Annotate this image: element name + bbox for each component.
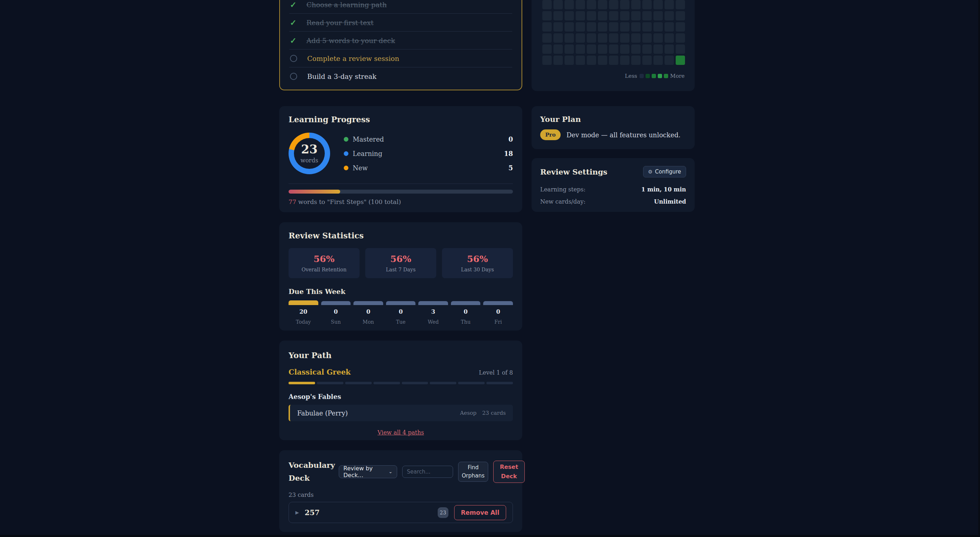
reset-deck-button[interactable]: Reset Deck bbox=[493, 461, 525, 483]
search-input[interactable] bbox=[402, 466, 453, 478]
vocabulary-deck-card: Vocabulary Deck Review by Deck... ⌄ Find… bbox=[279, 450, 522, 532]
heatmap-cell bbox=[642, 45, 652, 54]
dashboard-page: { "checklist": { "items": [ {"label": "C… bbox=[0, 0, 980, 537]
path-level-segment bbox=[345, 382, 372, 384]
donut-legend: Mastered 0 Learning 18 New 5 bbox=[344, 132, 513, 175]
checklist-item[interactable]: Build a 3-day streak bbox=[289, 67, 512, 85]
checklist-item[interactable]: Complete a review session bbox=[289, 49, 512, 67]
heatmap-cell bbox=[554, 11, 563, 21]
checklist-item[interactable]: ✓Add 5 words to your deck bbox=[289, 32, 512, 49]
heatmap-cell bbox=[598, 33, 607, 43]
heatmap-cell bbox=[631, 56, 641, 65]
heatmap-cell bbox=[576, 56, 585, 65]
path-level-segment bbox=[317, 382, 344, 384]
setting-row-new-cards: New cards/day: Unlimited bbox=[540, 198, 686, 205]
heatmap-cell bbox=[676, 22, 685, 32]
milestone-caption-text: words to "First Steps" (100 total) bbox=[296, 198, 401, 206]
due-day-label: Tue bbox=[386, 319, 416, 325]
stat-value: 56% bbox=[467, 254, 488, 264]
unchecked-circle-icon bbox=[290, 55, 297, 62]
heatmap-cell bbox=[587, 33, 596, 43]
legend-value: 5 bbox=[508, 164, 513, 172]
heatmap-cell bbox=[665, 56, 674, 65]
due-day-column: 0Fri bbox=[483, 301, 513, 325]
heatmap-cell bbox=[609, 56, 618, 65]
legend-level-icon bbox=[646, 74, 650, 78]
path-item-name: Fabulae (Perry) bbox=[297, 410, 348, 417]
heatmap-cell bbox=[542, 11, 552, 21]
check-icon: ✓ bbox=[289, 0, 297, 9]
heatmap-cell bbox=[554, 45, 563, 54]
expand-caret-icon[interactable]: ▶ bbox=[295, 510, 299, 515]
path-level-segment bbox=[487, 382, 513, 384]
view-all-paths-link[interactable]: View all 4 paths bbox=[377, 429, 424, 436]
heatmap-cell bbox=[565, 45, 574, 54]
donut-center: 23 words bbox=[294, 138, 325, 169]
legend-level-icon bbox=[652, 74, 656, 78]
find-orphans-button[interactable]: Find Orphans bbox=[458, 462, 488, 482]
deck-group-row[interactable]: ▶ 257 23 Remove All bbox=[288, 502, 513, 523]
review-statistics-card: Review Statistics 56% Overall Retention … bbox=[279, 222, 522, 330]
stat-label: Overall Retention bbox=[301, 267, 346, 272]
heatmap-cell bbox=[587, 11, 596, 21]
due-day-label: Thu bbox=[451, 319, 481, 325]
legend-row-mastered: Mastered 0 bbox=[344, 132, 513, 146]
checklist-item-label: Build a 3-day streak bbox=[307, 72, 376, 80]
words-remaining-value: 77 bbox=[288, 198, 296, 206]
path-header-row: Classical Greek Level 1 of 8 bbox=[288, 368, 513, 376]
milestone-caption: 77 words to "First Steps" (100 total) bbox=[288, 198, 513, 206]
heatmap-cell bbox=[642, 11, 652, 21]
stat-box-overall-retention: 56% Overall Retention bbox=[288, 248, 360, 278]
check-icon: ✓ bbox=[289, 18, 297, 27]
heatmap-cell bbox=[676, 0, 685, 9]
due-day-label: Today bbox=[288, 319, 318, 325]
configure-button[interactable]: ⚙ Configure bbox=[643, 166, 686, 177]
due-day-value: 20 bbox=[288, 308, 318, 315]
heatmap-cell bbox=[542, 22, 552, 32]
review-mode-select[interactable]: Review by Deck... ⌄ bbox=[339, 465, 397, 478]
path-link-wrap: View all 4 paths bbox=[288, 429, 513, 436]
review-settings-card: Review Settings ⚙ Configure Learning ste… bbox=[531, 158, 695, 212]
words-donut-chart: 23 words bbox=[288, 133, 330, 174]
stat-label: Last 7 Days bbox=[386, 267, 416, 272]
due-day-bar bbox=[321, 301, 351, 305]
path-item-fabulae[interactable]: Fabulae (Perry) Aesop 23 cards bbox=[288, 405, 513, 421]
due-day-column: 0Sun bbox=[321, 301, 351, 325]
path-level-segment bbox=[458, 382, 485, 384]
heatmap-cell bbox=[554, 0, 563, 9]
your-plan-title: Your Plan bbox=[540, 115, 686, 124]
configure-button-label: Configure bbox=[655, 169, 681, 175]
legend-value: 0 bbox=[508, 135, 513, 143]
heatmap-cell bbox=[576, 0, 585, 9]
deck-group-name: 257 bbox=[305, 508, 320, 517]
heatmap-cell bbox=[620, 11, 630, 21]
legend-level-icon bbox=[664, 74, 668, 78]
heatmap-cell bbox=[654, 33, 663, 43]
path-level-progress bbox=[288, 382, 513, 384]
checklist-item[interactable]: ✓Read your first text bbox=[289, 14, 512, 32]
legend-value: 18 bbox=[504, 150, 513, 158]
stat-value: 56% bbox=[313, 254, 335, 264]
heatmap-cell bbox=[565, 33, 574, 43]
heatmap-cell bbox=[609, 45, 618, 54]
heatmap-cell bbox=[631, 45, 641, 54]
heatmap-cell bbox=[598, 45, 607, 54]
path-level-text: Level 1 of 8 bbox=[479, 369, 513, 376]
viewport-bottom-edge bbox=[0, 535, 980, 537]
due-day-column: 3Wed bbox=[418, 301, 448, 325]
path-item-meta: Aesop 23 cards bbox=[460, 410, 506, 416]
remove-all-button[interactable]: Remove All bbox=[454, 505, 506, 520]
due-day-value: 0 bbox=[483, 308, 513, 315]
heatmap-cell bbox=[676, 11, 685, 21]
path-level-segment bbox=[288, 382, 315, 384]
plan-description: Dev mode — all features unlocked. bbox=[566, 131, 680, 139]
viewport-right-edge bbox=[978, 0, 980, 537]
heatmap-cell bbox=[642, 0, 652, 9]
review-mode-selected-value: Review by Deck... bbox=[344, 465, 388, 478]
heatmap-cell bbox=[654, 11, 663, 21]
your-plan-card: Your Plan Pro Dev mode — all features un… bbox=[531, 106, 695, 149]
checklist-item[interactable]: ✓Choose a learning path bbox=[289, 0, 512, 14]
due-day-label: Mon bbox=[353, 319, 383, 325]
heatmap-cell bbox=[542, 56, 552, 65]
milestone-progress-fill bbox=[288, 190, 340, 194]
